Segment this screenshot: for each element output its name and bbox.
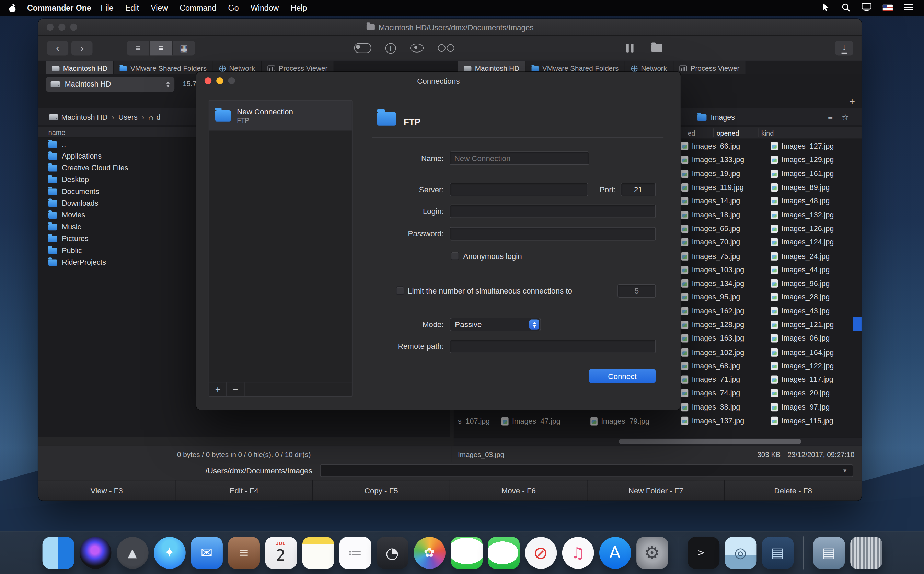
command-input[interactable] [320,465,853,477]
file-row[interactable]: Images_134.jpg [681,277,745,290]
back-button[interactable]: ‹ [47,41,68,55]
name-input[interactable] [450,151,589,165]
file-row[interactable]: Images_20.jpg [771,386,834,400]
file-row[interactable]: Images_103.jpg [681,263,745,277]
file-row[interactable]: Images_43.jpg [771,304,834,318]
file-row[interactable]: Images_122.jpg [771,359,834,373]
menu-item[interactable]: File [95,3,120,13]
dock-calendar-icon[interactable]: JUL 2 [265,537,297,569]
remove-connection-button[interactable]: − [227,382,245,396]
file-row[interactable]: Images_161.jpg [771,167,834,181]
breadcrumb-item-home[interactable]: ⌂d [148,113,160,121]
file-row[interactable]: Images_96.jpg [771,277,834,290]
file-row[interactable]: Images_89.jpg [771,181,834,194]
dock-siri-icon[interactable] [79,537,111,569]
file-row[interactable]: Images_126.jpg [771,222,834,235]
limit-connections-input[interactable] [617,284,656,297]
file-row[interactable]: Images_129.jpg [771,153,834,167]
fkey-button[interactable]: Delete - F8 [725,479,861,500]
menu-item[interactable]: Window [245,3,285,13]
file-row-partial[interactable]: s_107.jpg [458,414,490,428]
connection-list-item[interactable]: New Connection FTP [209,101,351,131]
menu-item[interactable]: Help [285,3,313,13]
port-input[interactable] [620,183,656,196]
dock-mail-icon[interactable]: ✉ [190,537,222,569]
dock-system-preferences-icon[interactable]: ⚙ [636,537,668,569]
dock-photos-icon[interactable]: ✿ [413,537,445,569]
menu-item[interactable]: View [145,3,174,13]
toggle-panel-icon[interactable] [354,43,371,53]
dock-messages-icon[interactable] [450,537,482,569]
column-header-kind[interactable]: kind [761,127,774,139]
column-header-opened[interactable]: opened [717,127,739,139]
favorite-star-icon[interactable]: ☆ [842,113,849,122]
file-row[interactable]: Images_66.jpg [681,139,745,153]
right-pane-path[interactable]: Images [697,109,735,125]
file-row[interactable]: Images_79.jpg [590,414,649,428]
file-row[interactable]: Images_48.jpg [771,194,834,208]
preview-eye-icon[interactable] [410,44,423,52]
file-row[interactable]: Images_95.jpg [681,290,745,304]
zoom-button[interactable] [70,24,77,31]
list-view-icon[interactable]: ≡ [828,113,833,122]
selected-file-highlight[interactable] [853,317,861,331]
dock-preview-icon[interactable]: ◎ [724,537,757,569]
password-input[interactable] [450,227,656,240]
breadcrumb-item-users[interactable]: Users [118,113,138,121]
dock-commander-one-icon[interactable]: ▤ [762,537,793,569]
download-button[interactable]: ↓ [835,41,853,55]
file-row[interactable]: Images_119.jpg [681,181,745,194]
file-row[interactable]: Images_128.jpg [681,318,745,332]
apple-menu-icon[interactable] [8,3,16,13]
file-row[interactable]: Images_132.jpg [771,208,834,222]
dock-stopwatch-icon[interactable]: ◔ [376,537,408,569]
limit-connections-checkbox[interactable] [396,286,405,295]
file-row[interactable]: Images_137.jpg [681,414,745,428]
file-row[interactable]: Images_124.jpg [771,235,834,249]
server-input[interactable] [450,183,588,196]
anonymous-login-checkbox[interactable] [451,252,459,260]
remote-path-input[interactable] [450,339,656,353]
file-row[interactable]: Images_121.jpg [771,318,834,332]
dock-reminders-icon[interactable]: ≔ [339,537,371,569]
file-row[interactable]: Images_28.jpg [771,290,834,304]
file-row[interactable]: Images_162.jpg [681,304,745,318]
file-row[interactable]: Images_164.jpg [771,345,834,359]
keyboard-layout-flag-icon[interactable] [883,5,893,11]
drive-selector[interactable]: Macintosh HD [46,77,175,92]
dock-launchpad-icon[interactable]: ▲ [116,537,148,569]
connect-button[interactable]: Connect [589,369,656,383]
menu-item[interactable]: Edit [120,3,145,13]
pointer-icon[interactable] [822,3,830,13]
menu-item[interactable]: Command [174,3,222,13]
folder-tool-icon[interactable] [651,44,663,52]
file-row[interactable]: Images_163.jpg [681,332,745,345]
dock-news-icon[interactable]: ⊘ [525,537,557,569]
file-row[interactable]: Images_19.jpg [681,167,745,181]
file-row[interactable]: Images_47.jpg [502,414,560,428]
file-row[interactable]: Images_38.jpg [681,400,745,414]
view-columns-button[interactable]: ▦ [173,41,195,55]
tab-process-viewer-right[interactable]: Process Viewer [674,62,746,76]
dialog-titlebar[interactable]: Connections [196,72,681,90]
file-row[interactable]: Images_18.jpg [681,208,745,222]
column-header-partial[interactable]: ed [688,127,696,139]
pause-queue-icon[interactable] [626,44,634,52]
view-detailed-button[interactable]: ≡ [150,41,173,55]
file-row[interactable]: Images_117.jpg [771,373,834,386]
mode-select[interactable]: Passive [450,317,541,331]
zoom-button[interactable] [228,77,235,84]
file-row[interactable]: Images_75.jpg [681,249,745,263]
info-icon[interactable]: i [386,43,396,53]
dock-safari-icon[interactable]: ✦ [153,537,185,569]
file-row[interactable]: Images_68.jpg [681,359,745,373]
dock-downloads-icon[interactable]: ▤ [813,537,845,569]
file-row[interactable]: Images_115.jpg [771,414,834,428]
file-row[interactable]: Images_44.jpg [771,263,834,277]
file-row[interactable]: Images_102.jpg [681,345,745,359]
dock-app-store-icon[interactable]: A [599,537,631,569]
file-row[interactable]: Images_133.jpg [681,153,745,167]
add-connection-button[interactable]: + [209,382,227,396]
dock-itunes-icon[interactable]: ♫ [562,537,594,569]
dock-terminal-icon[interactable]: >_ [688,537,719,569]
